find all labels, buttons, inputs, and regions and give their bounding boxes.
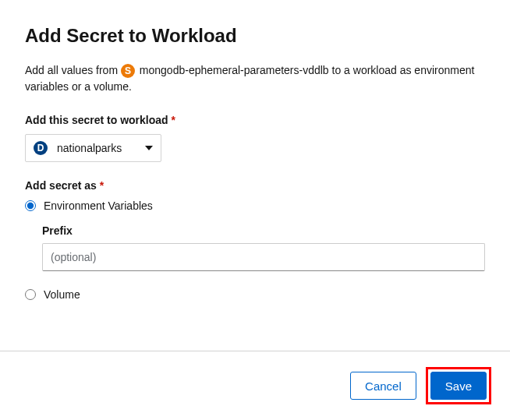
radio-volume-input[interactable] [25,289,36,300]
secret-as-label-text: Add secret as [25,179,97,192]
description-prefix: Add all values from [25,64,121,76]
radio-env-label[interactable]: Environment Variables [44,199,153,212]
required-marker: * [171,114,175,126]
prefix-label: Prefix [42,224,485,237]
required-marker: * [100,179,104,192]
footer: Cancel Save [0,351,510,420]
radio-env-input[interactable] [25,200,36,211]
secret-as-label: Add secret as * [25,179,485,192]
radio-volume[interactable]: Volume [25,288,485,301]
radio-volume-label[interactable]: Volume [44,288,80,301]
page-title: Add Secret to Workload [25,25,485,47]
workload-selected-text: nationalparks [57,142,122,154]
radio-env-vars[interactable]: Environment Variables [25,199,485,212]
secret-badge-icon: S [121,64,135,78]
workload-label: Add this secret to workload * [25,114,485,126]
workload-dropdown[interactable]: D nationalparks [25,134,161,162]
workload-form-group: Add this secret to workload * D national… [25,114,485,162]
description: Add all values from S mongodb-ephemeral-… [25,62,485,95]
chevron-down-icon [145,146,153,150]
save-highlight-box: Save [426,367,491,404]
secret-as-form-group: Add secret as * Environment Variables Pr… [25,179,485,301]
save-button[interactable]: Save [430,372,487,400]
cancel-button[interactable]: Cancel [350,372,416,400]
deployment-badge-icon: D [34,141,48,155]
secret-name: mongodb-ephemeral-parameters-vddlb [140,64,329,76]
workload-label-text: Add this secret to workload [25,114,168,126]
prefix-input[interactable] [42,243,485,271]
prefix-section: Prefix [42,224,485,271]
